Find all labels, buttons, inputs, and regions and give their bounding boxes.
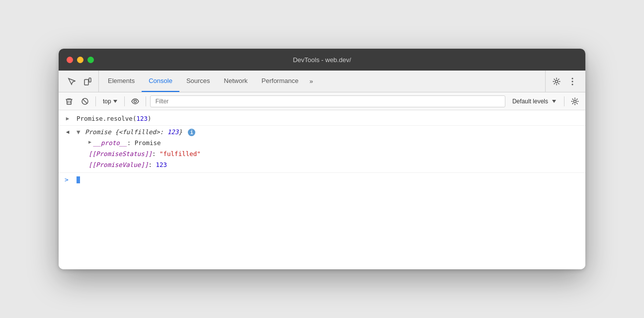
console-settings-button[interactable] <box>568 95 581 108</box>
console-input-row: > <box>59 173 585 186</box>
divider-4 <box>564 96 564 106</box>
svg-point-11 <box>574 100 576 102</box>
minimize-button[interactable] <box>77 57 83 63</box>
tab-elements[interactable]: Elements <box>101 71 142 92</box>
promise-obj-children: ▶ __proto__ : Promise [[PromiseStatus]] … <box>59 138 201 170</box>
toolbar-spacer <box>317 71 545 92</box>
toolbar-icon-group <box>61 71 99 92</box>
tab-performance[interactable]: Performance <box>254 71 305 92</box>
traffic-lights <box>67 57 94 63</box>
svg-point-2 <box>556 80 558 82</box>
close-button[interactable] <box>67 57 73 63</box>
svg-line-9 <box>83 99 87 103</box>
context-selector[interactable]: top <box>100 97 120 106</box>
tab-network[interactable]: Network <box>217 71 255 92</box>
more-options-button[interactable] <box>565 75 579 88</box>
divider-2 <box>124 96 125 106</box>
filter-input[interactable] <box>154 97 502 106</box>
devtools-window: DevTools - web.dev/ Elements Console <box>59 49 585 269</box>
proto-expand[interactable]: ▶ <box>88 138 91 146</box>
expand-arrow-2: ▼ <box>77 128 80 136</box>
collapse-toggle[interactable]: ◀ <box>66 128 70 137</box>
status-row: [[PromiseStatus]] : "fulfilled" <box>77 149 201 159</box>
filter-container <box>150 95 505 107</box>
proto-key: __proto__ <box>93 138 127 148</box>
device-toolbar-button[interactable] <box>80 75 94 88</box>
pvalue-key: [[PromiseValue]] <box>88 160 148 170</box>
divider-1 <box>95 96 96 106</box>
svg-rect-1 <box>89 78 91 82</box>
promise-resolve-text: Promise.resolve(123) <box>77 115 152 122</box>
maximize-button[interactable] <box>87 57 94 63</box>
divider-3 <box>146 96 146 106</box>
pvalue-row: [[PromiseValue]] : 123 <box>77 159 201 170</box>
info-badge[interactable]: i <box>188 129 195 136</box>
window-title: DevTools - web.dev/ <box>293 56 351 64</box>
svg-point-10 <box>134 100 136 102</box>
console-row-promise-resolve: ▶ Promise.resolve(123) <box>59 112 585 126</box>
more-tabs-button[interactable]: » <box>306 71 317 92</box>
toolbar-right-actions <box>545 71 583 92</box>
no-icon-button[interactable] <box>79 95 91 108</box>
input-gutter: > <box>59 174 77 185</box>
titlebar: DevTools - web.dev/ <box>59 49 585 71</box>
input-caret: > <box>65 175 69 185</box>
settings-button[interactable] <box>550 75 564 88</box>
promise-obj-header: ◀ ▼ Promise {<fulfilled>: 123} i <box>59 127 195 138</box>
proto-value: Promise <box>135 138 161 148</box>
tab-sources[interactable]: Sources <box>179 71 217 92</box>
live-expressions-button[interactable] <box>129 95 142 108</box>
status-colon: : <box>152 149 160 159</box>
svg-point-5 <box>572 83 573 85</box>
promise-obj-content: ▼ Promise {<fulfilled>: 123} i <box>77 127 195 138</box>
svg-point-3 <box>572 78 573 79</box>
promise-label: Promise {<fulfilled>: 123} <box>85 128 182 136</box>
row-gutter-2: ◀ <box>59 127 77 137</box>
console-toolbar: top Default levels <box>59 92 585 110</box>
status-value: "fulfilled" <box>160 149 201 159</box>
row-content: Promise.resolve(123) <box>77 113 581 124</box>
proto-colon: : <box>127 138 135 148</box>
console-cursor <box>77 176 80 183</box>
clear-console-button[interactable] <box>63 95 76 108</box>
devtools-toolbar: Elements Console Sources Network Perform… <box>59 71 585 92</box>
pvalue-value: 123 <box>156 160 167 170</box>
console-output: ▶ Promise.resolve(123) ◀ ▼ Promise {<ful… <box>59 110 585 269</box>
console-row-promise-obj: ◀ ▼ Promise {<fulfilled>: 123} i ▶ __pro… <box>59 126 585 173</box>
pvalue-colon: : <box>148 160 156 170</box>
svg-rect-0 <box>84 80 88 85</box>
inspect-element-button[interactable] <box>65 75 79 88</box>
svg-point-4 <box>572 80 573 82</box>
expand-toggle[interactable]: ▶ <box>66 114 70 123</box>
row-gutter: ▶ <box>59 113 77 123</box>
console-input-area[interactable] <box>77 174 581 185</box>
proto-row: ▶ __proto__ : Promise <box>77 138 201 149</box>
tab-console[interactable]: Console <box>142 71 179 92</box>
status-key: [[PromiseStatus]] <box>88 149 152 159</box>
levels-dropdown[interactable]: Default levels <box>508 97 560 106</box>
